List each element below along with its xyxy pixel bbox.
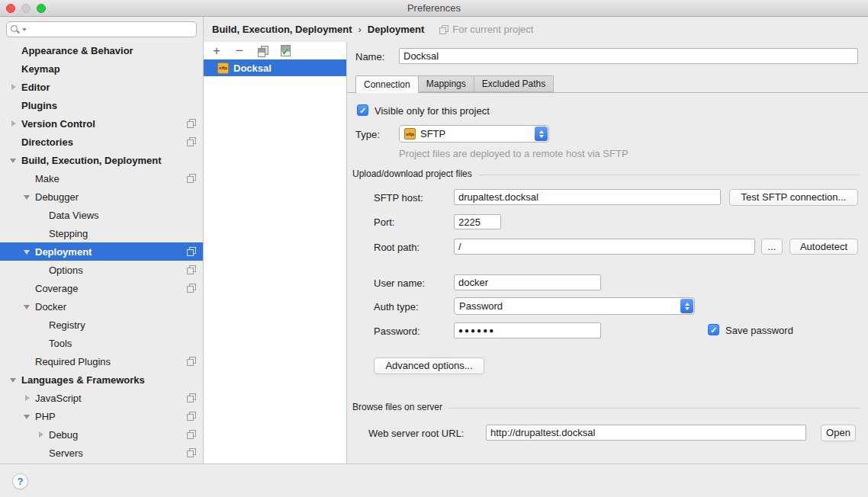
sidebar-item-javascript[interactable]: JavaScript	[0, 389, 203, 407]
add-server-button[interactable]: +	[211, 45, 223, 57]
sidebar-item-php[interactable]: PHP	[0, 407, 203, 425]
project-level-icon	[187, 357, 196, 366]
sidebar-item-directories[interactable]: Directories	[0, 133, 203, 151]
sidebar-item-servers[interactable]: Servers	[0, 444, 203, 462]
sidebar-item-label: Docker	[35, 301, 203, 313]
upload-section-title: Upload/download project files	[352, 168, 472, 179]
tab-connection[interactable]: Connection	[355, 75, 419, 93]
sidebar-item-languages-frameworks[interactable]: Languages & Frameworks	[0, 370, 203, 389]
tree-indent-spacer	[9, 101, 18, 110]
type-help-text: Project files are deployed to a remote h…	[399, 148, 628, 159]
chevron-right-icon[interactable]	[37, 431, 45, 439]
sidebar-item-tools[interactable]: Tools	[0, 334, 203, 352]
server-list-panel: + − sftp Docksal	[204, 42, 347, 463]
chevron-down-icon[interactable]	[9, 156, 18, 165]
upload-section-header: Upload/download project files	[352, 168, 860, 179]
sidebar-item-deployment[interactable]: Deployment	[0, 242, 203, 261]
root-path-input[interactable]	[454, 239, 755, 255]
server-item-label: Docksal	[233, 63, 272, 74]
sidebar-item-build-execution-deployment[interactable]: Build, Execution, Deployment	[0, 151, 203, 169]
type-dropdown[interactable]: sftp SFTP	[399, 125, 549, 143]
auth-type-dropdown[interactable]: Password	[454, 297, 695, 315]
chevron-right-icon[interactable]	[23, 394, 31, 402]
section-divider	[448, 408, 860, 409]
chevron-down-icon[interactable]	[23, 193, 31, 201]
sidebar-item-coverage[interactable]: Coverage	[0, 279, 203, 297]
save-password-checkbox[interactable]: ✓	[708, 324, 719, 335]
sidebar-item-data-views[interactable]: Data Views	[0, 206, 203, 224]
sidebar-item-label: JavaScript	[35, 393, 187, 404]
sidebar-item-label: Keymap	[21, 63, 203, 75]
copy-server-button[interactable]	[256, 45, 268, 57]
chevron-right-icon[interactable]	[9, 83, 18, 91]
deployment-form: Name: ConnectionMappingsExcluded Paths ✓…	[347, 42, 868, 463]
password-label: Password:	[374, 325, 420, 337]
port-input[interactable]	[454, 214, 501, 229]
browse-section-title: Browse files on server	[352, 402, 442, 412]
tree-indent-spacer	[37, 266, 45, 274]
use-as-default-button[interactable]	[279, 45, 291, 57]
breadcrumb: Build, Execution, Deployment › Deploymen…	[204, 17, 868, 42]
sftp-file-icon: sftp	[404, 128, 416, 139]
sidebar-item-label: Version Control	[21, 118, 187, 130]
search-icon	[11, 24, 21, 34]
auth-type-label: Auth type:	[374, 301, 419, 313]
sidebar-item-required-plugins[interactable]: Required Plugins	[0, 352, 203, 370]
advanced-options-button[interactable]: Advanced options...	[374, 358, 484, 374]
visible-only-checkbox[interactable]: ✓	[357, 104, 368, 116]
sidebar-item-options[interactable]: Options	[0, 261, 203, 279]
server-list-item-docksal[interactable]: sftp Docksal	[204, 59, 346, 76]
connection-tabs: ConnectionMappingsExcluded Paths	[347, 76, 868, 93]
chevron-down-icon[interactable]	[23, 303, 31, 311]
search-input[interactable]	[30, 23, 196, 36]
name-input[interactable]	[399, 48, 858, 64]
test-sftp-connection-button[interactable]: Test SFTP connection...	[729, 189, 858, 206]
preferences-window: Preferences Appearance & BehaviorKeymapE…	[0, 0, 868, 497]
project-level-icon	[187, 430, 196, 439]
breadcrumb-separator-icon: ›	[358, 24, 361, 35]
project-level-icon	[439, 25, 448, 34]
help-button[interactable]: ?	[12, 473, 28, 489]
project-level-icon	[187, 448, 196, 457]
chevron-right-icon[interactable]	[9, 120, 18, 128]
dialog-footer: ? Cancel Apply OK	[0, 463, 868, 497]
sidebar-item-editor[interactable]: Editor	[0, 78, 203, 96]
sidebar-item-label: Plugins	[21, 100, 203, 111]
chevron-down-icon[interactable]	[9, 376, 18, 384]
browse-section-header: Browse files on server	[352, 402, 860, 412]
window-title: Preferences	[0, 2, 868, 14]
project-level-icon	[187, 412, 196, 421]
sidebar-item-label: Deployment	[35, 246, 187, 258]
search-options-caret-icon[interactable]	[22, 28, 27, 31]
auth-type-value: Password	[459, 300, 503, 312]
settings-search-field[interactable]	[6, 21, 197, 37]
sidebar-item-label: Languages & Frameworks	[21, 374, 203, 386]
sidebar-item-label: Servers	[49, 447, 187, 459]
sidebar-item-appearance-behavior[interactable]: Appearance & Behavior	[0, 41, 203, 59]
sidebar-item-stepping[interactable]: Stepping	[0, 224, 203, 242]
port-label: Port:	[374, 216, 394, 228]
sidebar-item-debugger[interactable]: Debugger	[0, 188, 203, 206]
sidebar-item-docker[interactable]: Docker	[0, 297, 203, 316]
chevron-down-icon[interactable]	[23, 412, 31, 421]
sidebar-item-keymap[interactable]: Keymap	[0, 59, 203, 78]
web-root-input[interactable]	[486, 425, 806, 441]
sidebar-item-label: Tools	[49, 338, 203, 349]
tab-mappings[interactable]: Mappings	[418, 75, 474, 92]
user-name-input[interactable]	[454, 274, 601, 290]
autodetect-button[interactable]: Autodetect	[789, 239, 858, 255]
remove-server-button[interactable]: −	[233, 45, 246, 57]
sidebar-item-version-control[interactable]: Version Control	[0, 114, 203, 133]
sidebar-item-debug[interactable]: Debug	[0, 425, 203, 444]
sidebar-item-label: Directories	[21, 136, 187, 148]
sftp-host-input[interactable]	[454, 189, 721, 205]
tab-excluded-paths[interactable]: Excluded Paths	[474, 75, 554, 92]
sidebar-item-plugins[interactable]: Plugins	[0, 96, 203, 114]
open-url-button[interactable]: Open	[821, 425, 856, 441]
browse-root-path-button[interactable]: ...	[761, 239, 783, 255]
sidebar-item-registry[interactable]: Registry	[0, 316, 203, 334]
default-check-icon	[280, 45, 291, 56]
password-input[interactable]	[454, 322, 601, 338]
sidebar-item-make[interactable]: Make	[0, 169, 203, 188]
chevron-down-icon[interactable]	[23, 248, 31, 256]
